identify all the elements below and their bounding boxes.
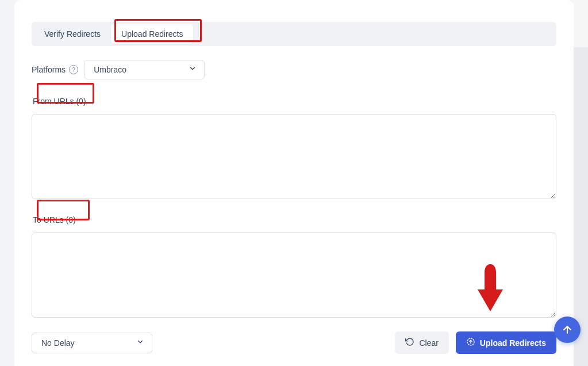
- tab-verify-redirects[interactable]: Verify Redirects: [34, 24, 111, 44]
- upload-icon: [466, 337, 475, 348]
- to-urls-label: To URLs (0): [32, 212, 78, 228]
- to-urls-textarea[interactable]: [32, 232, 556, 318]
- from-urls-section: From URLs (0): [32, 93, 556, 201]
- to-urls-section: To URLs (0): [32, 212, 556, 320]
- scroll-to-top-button[interactable]: [554, 317, 581, 343]
- platform-select-wrap: Umbraco: [84, 60, 205, 79]
- refresh-icon: [405, 337, 414, 348]
- platforms-label: Platforms ?: [32, 65, 78, 74]
- from-urls-textarea[interactable]: [32, 114, 556, 199]
- upload-button-label: Upload Redirects: [480, 338, 546, 348]
- platforms-label-text: Platforms: [32, 65, 66, 74]
- upload-redirects-button[interactable]: Upload Redirects: [456, 331, 556, 354]
- clear-button[interactable]: Clear: [395, 331, 448, 354]
- buttons-group: Clear Upload Redirects: [395, 331, 556, 354]
- platform-select[interactable]: Umbraco: [84, 60, 205, 79]
- tab-upload-redirects[interactable]: Upload Redirects: [111, 24, 193, 44]
- tabs-container: Verify Redirects Upload Redirects: [32, 22, 556, 46]
- platforms-row: Platforms ? Umbraco: [32, 60, 556, 79]
- delay-select[interactable]: No Delay: [32, 333, 152, 353]
- help-icon[interactable]: ?: [69, 65, 78, 74]
- redirects-panel: Verify Redirects Upload Redirects Platfo…: [14, 0, 574, 366]
- delay-select-wrap: No Delay: [32, 333, 152, 353]
- clear-button-label: Clear: [419, 338, 438, 348]
- from-urls-label: From URLs (0): [32, 93, 89, 109]
- footer-row: No Delay Clear Upload: [32, 331, 556, 354]
